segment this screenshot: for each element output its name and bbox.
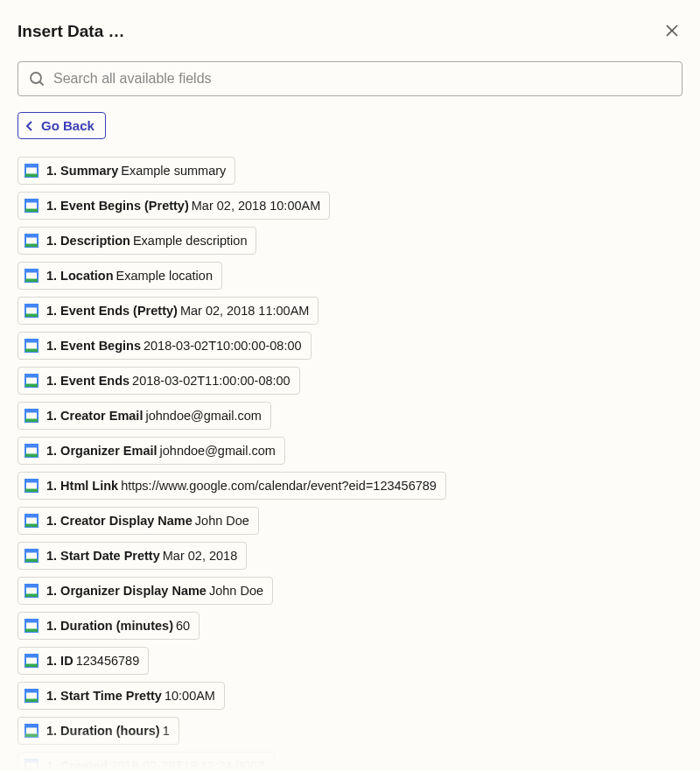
field-value: 10:00AM [164, 689, 215, 703]
field-value: 2018-03-02T11:00:00-08:00 [132, 374, 290, 388]
calendar-app-icon [24, 303, 39, 319]
field-label: 1. Summary [46, 164, 118, 178]
modal-title: Insert Data … [18, 22, 124, 41]
field-pill[interactable]: 1. Start Date PrettyMar 02, 2018 [18, 542, 247, 570]
field-value: Example description [133, 234, 248, 248]
field-label: 1. Event Begins (Pretty) [46, 199, 189, 213]
search-input[interactable] [53, 71, 671, 87]
close-button[interactable] [662, 19, 682, 44]
calendar-app-icon [24, 618, 39, 634]
field-pill[interactable]: 1. Start Time Pretty10:00AM [18, 682, 225, 710]
go-back-button[interactable]: Go Back [18, 112, 106, 139]
calendar-app-icon [24, 583, 39, 599]
calendar-app-icon [24, 723, 39, 739]
calendar-app-icon [24, 513, 39, 529]
field-label: 1. Start Time Pretty [46, 689, 162, 703]
field-label: 1. Html Link [46, 479, 118, 493]
field-value: 1 [163, 724, 170, 738]
calendar-app-icon [24, 198, 39, 214]
field-label: 1. Location [46, 269, 114, 283]
field-pill[interactable]: 1. Html Linkhttps://www.google.com/calen… [18, 472, 446, 500]
field-label: 1. Description [46, 234, 130, 248]
go-back-label: Go Back [41, 118, 94, 133]
field-value: Mar 02, 2018 [163, 549, 237, 563]
calendar-app-icon [24, 338, 39, 354]
svg-point-2 [31, 73, 41, 83]
field-value: 123456789 [76, 654, 140, 668]
field-value: Mar 02, 2018 11:00AM [180, 304, 310, 318]
field-pill[interactable]: 1. Event Begins (Pretty)Mar 02, 2018 10:… [18, 192, 330, 220]
field-pill[interactable]: 1. Duration (hours)1 [18, 717, 179, 745]
field-pill[interactable]: 1. DescriptionExample description [18, 227, 256, 255]
search-field[interactable] [18, 61, 682, 96]
field-pill[interactable]: 1. Event Ends (Pretty)Mar 02, 2018 11:00… [18, 297, 318, 325]
field-pill[interactable]: 1. Organizer Display NameJohn Doe [18, 577, 273, 605]
calendar-app-icon [24, 758, 39, 771]
calendar-app-icon [24, 443, 39, 459]
field-value: Mar 02, 2018 10:00AM [192, 199, 321, 213]
field-pill[interactable]: 1. SummaryExample summary [18, 157, 235, 185]
field-label: 1. Start Date Pretty [46, 549, 160, 563]
field-label: 1. Event Ends [46, 374, 130, 388]
field-value: johndoe@gmail.com [145, 409, 261, 423]
field-value: 2018-03-02T10:00:00-08:00 [144, 339, 302, 353]
field-pill[interactable]: 1. Organizer Emailjohndoe@gmail.com [18, 437, 285, 465]
chevron-left-icon [25, 120, 34, 132]
field-label: 1. Creator Display Name [46, 514, 192, 528]
calendar-app-icon [24, 408, 39, 424]
search-icon [29, 71, 45, 87]
field-value: https://www.google.com/calendar/event?ei… [121, 479, 437, 493]
field-value: John Doe [195, 514, 249, 528]
field-label: 1. Event Ends (Pretty) [46, 304, 178, 318]
field-label: 1. Creator Email [46, 409, 143, 423]
insert-data-modal: Insert Data … Go Back [0, 0, 700, 771]
field-label: 1. Duration (hours) [46, 724, 160, 738]
field-list: 1. SummaryExample summary 1. Event Begin… [18, 157, 682, 771]
field-value: John Doe [209, 584, 263, 598]
calendar-app-icon [24, 268, 39, 284]
field-pill[interactable]: 1. Created2018-02-28T19:12:24.000Z [18, 752, 275, 771]
field-pill[interactable]: 1. LocationExample location [18, 262, 222, 290]
field-value: 60 [176, 619, 190, 633]
field-label: 1. Created [46, 759, 108, 771]
field-label: 1. ID [46, 654, 74, 668]
calendar-app-icon [24, 653, 39, 669]
field-label: 1. Organizer Display Name [46, 584, 206, 598]
close-icon [665, 22, 679, 41]
field-value: Example location [116, 269, 213, 283]
calendar-app-icon [24, 373, 39, 389]
modal-header: Insert Data … [18, 19, 682, 44]
field-value: Example summary [121, 164, 226, 178]
calendar-app-icon [24, 688, 39, 704]
field-label: 1. Event Begins [46, 339, 141, 353]
svg-line-3 [40, 82, 44, 86]
calendar-app-icon [24, 233, 39, 249]
calendar-app-icon [24, 478, 39, 494]
field-value: 2018-02-28T19:12:24.000Z [110, 759, 265, 771]
field-pill[interactable]: 1. Event Begins2018-03-02T10:00:00-08:00 [18, 332, 312, 360]
field-pill[interactable]: 1. Creator Display NameJohn Doe [18, 507, 259, 535]
field-pill[interactable]: 1. ID123456789 [18, 647, 149, 675]
field-pill[interactable]: 1. Event Ends2018-03-02T11:00:00-08:00 [18, 367, 300, 395]
field-pill[interactable]: 1. Duration (minutes)60 [18, 612, 200, 640]
field-label: 1. Duration (minutes) [46, 619, 173, 633]
calendar-app-icon [24, 548, 39, 564]
calendar-app-icon [24, 163, 39, 179]
field-label: 1. Organizer Email [46, 444, 158, 458]
field-value: johndoe@gmail.com [160, 444, 276, 458]
field-pill[interactable]: 1. Creator Emailjohndoe@gmail.com [18, 402, 271, 430]
